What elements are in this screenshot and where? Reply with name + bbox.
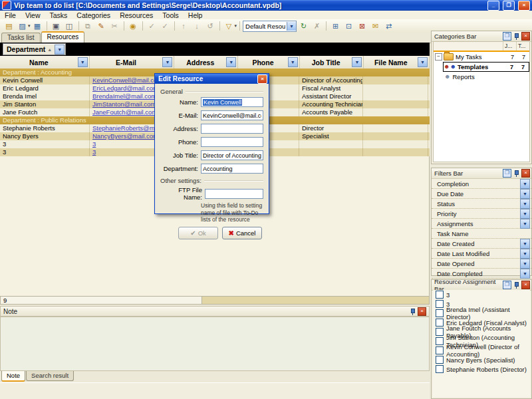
print-icon[interactable]: ▣ <box>50 20 63 32</box>
move-down-icon[interactable]: ↓ <box>191 20 203 32</box>
resource-filter-combobox[interactable]: Default Resou ▼ <box>243 21 297 32</box>
filter-row-date-last-modified[interactable]: Date Last Modified ▼ <box>432 249 531 259</box>
pin-icon[interactable] <box>513 281 520 289</box>
filter-row-task-name[interactable]: Task Name <box>432 229 531 239</box>
add-resource-icon[interactable]: ⊞ <box>329 20 342 32</box>
column-filter-icon[interactable]: ▼ <box>78 57 88 67</box>
list-item[interactable]: 3 <box>433 290 530 299</box>
checkbox[interactable] <box>436 365 444 373</box>
name-field[interactable]: Kevin Conwell <box>201 97 263 107</box>
close-button[interactable]: × <box>518 1 530 11</box>
email-link[interactable]: 3 <box>92 140 96 148</box>
open-dropdown-icon[interactable]: ▾ <box>28 23 31 29</box>
list-item[interactable]: Brenda Imel (Assistant Director) <box>433 309 530 318</box>
restore-panel-icon[interactable]: ❐ <box>503 32 511 41</box>
group-by-department-button[interactable]: Department ▲ ▼ <box>3 43 66 55</box>
column-filter-icon[interactable]: ▼ <box>418 57 428 67</box>
list-item[interactable]: Kevin Conwell (Director of Accounting) <box>433 346 530 355</box>
menu-file[interactable]: File <box>0 11 21 19</box>
email-link[interactable]: BrendaImel@mail.com <box>92 92 156 100</box>
email-link[interactable]: JimStanton@mail.com <box>92 100 156 108</box>
filter-dropdown-icon[interactable]: ▼ <box>520 239 530 249</box>
cut-icon[interactable]: ✂ <box>108 20 121 32</box>
checkbox[interactable] <box>436 319 444 327</box>
checkbox[interactable] <box>436 328 444 336</box>
restore-button[interactable]: ❐ <box>503 1 515 11</box>
close-icon[interactable]: × <box>418 307 426 316</box>
copy-icon[interactable]: ⧉ <box>82 20 94 32</box>
filter-row-date-created[interactable]: Date Created ▼ <box>432 239 531 249</box>
permissions-icon[interactable]: ◉ <box>127 20 140 32</box>
filter-dropdown-icon[interactable]: ▼ <box>520 199 530 209</box>
email-field[interactable] <box>201 110 263 120</box>
filter-dropdown-icon[interactable]: ▼ <box>520 189 530 199</box>
column-filter-icon[interactable]: ▼ <box>288 57 298 67</box>
phone-field[interactable] <box>201 137 263 147</box>
tab-note[interactable]: Note <box>1 371 25 382</box>
email-link[interactable]: KevinConwell@mail.com <box>92 76 162 84</box>
filter-row-priority[interactable]: Priority ▼ <box>432 209 531 219</box>
column-header-address[interactable]: Address ▼ <box>174 56 238 68</box>
filter-row-status[interactable]: Status ▼ <box>432 199 531 209</box>
tree-item-templates[interactable]: ☻☻ Templates 7 7 <box>434 62 529 72</box>
close-icon[interactable]: × <box>521 169 530 178</box>
column-header-email[interactable]: E-Mail ▼ <box>90 56 175 68</box>
tree-item-my-tasks[interactable]: − My Tasks 7 7 <box>434 52 529 62</box>
filter-dropdown-icon[interactable]: ▼ <box>520 269 530 279</box>
apply-resource-icon[interactable]: ↻ <box>297 20 310 32</box>
filter-row-date-opened[interactable]: Date Opened ▼ <box>432 259 531 269</box>
filter-dropdown-icon[interactable]: ▼ <box>520 209 530 219</box>
tab-search-result[interactable]: Search result <box>26 371 74 381</box>
edit-icon[interactable]: ✎ <box>95 20 108 32</box>
column-filter-icon[interactable]: ▼ <box>162 57 172 67</box>
pin-icon[interactable] <box>409 308 416 315</box>
menu-tasks[interactable]: Tasks <box>45 11 72 19</box>
menu-tools[interactable]: Tools <box>158 11 184 19</box>
column-header-phone[interactable]: Phone ▼ <box>238 56 300 68</box>
menu-categories[interactable]: Categories <box>72 11 115 19</box>
save-icon[interactable]: ▦ <box>31 20 44 32</box>
collapse-icon[interactable]: − <box>435 53 442 61</box>
checkbox[interactable] <box>436 291 444 299</box>
ok-button[interactable]: ✔ Ok <box>178 227 218 239</box>
checkbox[interactable] <box>436 346 444 354</box>
email-link[interactable]: NancyByers@mail.com <box>92 132 158 140</box>
checkbox[interactable] <box>436 356 444 364</box>
filter-icon[interactable]: ▽ <box>223 20 235 32</box>
address-field[interactable] <box>201 124 263 134</box>
checkbox[interactable] <box>436 337 444 345</box>
menu-resources[interactable]: Resources <box>115 11 158 19</box>
mark-complete-icon[interactable]: ✓ <box>146 20 158 32</box>
minimize-button[interactable]: _ <box>487 1 499 11</box>
sync-icon[interactable]: ⇄ <box>382 20 395 32</box>
cancel-button[interactable]: ✖ Cancel <box>222 227 262 239</box>
print-preview-icon[interactable]: ◫ <box>63 20 76 32</box>
column-header-file-name[interactable]: File Name ▼ <box>364 56 430 68</box>
pin-icon[interactable] <box>513 33 520 40</box>
filter-dropdown-icon[interactable]: ▼ <box>520 179 530 189</box>
send-mail-icon[interactable]: ✉ <box>369 20 382 32</box>
restore-panel-icon[interactable]: ❐ <box>503 169 511 178</box>
pin-icon[interactable] <box>513 170 520 177</box>
filter-row-completion[interactable]: Completion ▼ <box>432 179 531 189</box>
column-header-name[interactable]: Name ▼ <box>0 56 90 68</box>
list-item[interactable]: Stephanie Roberts (Director) <box>433 364 530 374</box>
new-database-icon[interactable]: ▤ <box>3 20 15 32</box>
email-link[interactable]: 3 <box>92 148 96 156</box>
delete-resource-icon[interactable]: ⊠ <box>356 20 368 32</box>
checkbox[interactable] <box>436 300 444 308</box>
filter-row-assignments[interactable]: Assignments ▼ <box>432 219 531 229</box>
department-field[interactable] <box>201 164 263 174</box>
column-filter-icon[interactable]: ▼ <box>226 57 236 67</box>
open-file-icon[interactable]: ▨ <box>16 20 29 32</box>
column-filter-icon[interactable]: ▼ <box>352 57 362 67</box>
note-editor[interactable] <box>0 317 430 371</box>
menu-view[interactable]: View <box>21 11 45 19</box>
menu-help[interactable]: Help <box>184 11 207 19</box>
filter-row-due-date[interactable]: Due Date ▼ <box>432 189 531 199</box>
tab-tasks-list[interactable]: Tasks list <box>1 33 41 43</box>
job-title-field[interactable] <box>201 150 263 160</box>
restore-panel-icon[interactable]: ❐ <box>503 281 511 289</box>
move-up-icon[interactable]: ↑ <box>178 20 190 32</box>
combo-dropdown-icon[interactable]: ▼ <box>287 22 296 31</box>
